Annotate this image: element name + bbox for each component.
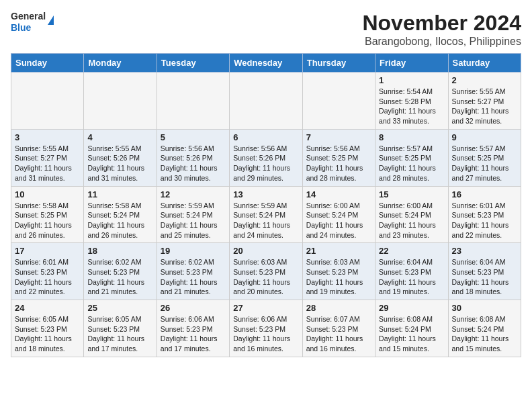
calendar-empty-cell — [11, 73, 84, 130]
calendar-table: SundayMondayTuesdayWednesdayThursdayFrid… — [11, 53, 521, 357]
calendar-day-24: 24Sunrise: 6:05 AM Sunset: 5:23 PM Dayli… — [11, 300, 84, 357]
day-number: 23 — [452, 246, 517, 256]
day-number: 3 — [15, 132, 80, 142]
calendar-day-12: 12Sunrise: 5:59 AM Sunset: 5:24 PM Dayli… — [157, 186, 229, 243]
calendar-day-30: 30Sunrise: 6:08 AM Sunset: 5:24 PM Dayli… — [448, 300, 521, 357]
day-number: 26 — [161, 303, 226, 313]
day-number: 14 — [306, 189, 371, 199]
location-subtitle: Barangobong, Ilocos, Philippines — [362, 36, 521, 48]
day-number: 6 — [233, 132, 298, 142]
weekday-header-tuesday: Tuesday — [157, 54, 229, 73]
day-info: Sunrise: 5:58 AM Sunset: 5:24 PM Dayligh… — [87, 201, 152, 240]
calendar-empty-cell — [230, 73, 302, 130]
calendar-day-18: 18Sunrise: 6:02 AM Sunset: 5:23 PM Dayli… — [84, 243, 157, 300]
logo-text: General Blue — [11, 11, 46, 34]
calendar-week-row: 3Sunrise: 5:55 AM Sunset: 5:27 PM Daylig… — [11, 129, 521, 186]
day-info: Sunrise: 5:58 AM Sunset: 5:25 PM Dayligh… — [15, 201, 80, 240]
calendar-day-29: 29Sunrise: 6:08 AM Sunset: 5:24 PM Dayli… — [375, 300, 448, 357]
calendar-day-14: 14Sunrise: 6:00 AM Sunset: 5:24 PM Dayli… — [302, 186, 375, 243]
day-info: Sunrise: 5:59 AM Sunset: 5:24 PM Dayligh… — [233, 201, 298, 240]
calendar-day-7: 7Sunrise: 5:56 AM Sunset: 5:25 PM Daylig… — [302, 129, 375, 186]
day-number: 15 — [379, 189, 444, 199]
calendar-day-10: 10Sunrise: 5:58 AM Sunset: 5:25 PM Dayli… — [11, 186, 84, 243]
month-title: November 2024 — [362, 11, 521, 36]
calendar-day-2: 2Sunrise: 5:55 AM Sunset: 5:27 PM Daylig… — [448, 73, 521, 130]
calendar-day-23: 23Sunrise: 6:04 AM Sunset: 5:23 PM Dayli… — [448, 243, 521, 300]
calendar-day-1: 1Sunrise: 5:54 AM Sunset: 5:28 PM Daylig… — [375, 73, 448, 130]
day-info: Sunrise: 5:56 AM Sunset: 5:26 PM Dayligh… — [233, 144, 298, 183]
day-info: Sunrise: 5:54 AM Sunset: 5:28 PM Dayligh… — [379, 87, 444, 126]
day-number: 13 — [233, 189, 298, 199]
weekday-header-monday: Monday — [84, 54, 157, 73]
day-info: Sunrise: 6:07 AM Sunset: 5:23 PM Dayligh… — [306, 314, 371, 354]
calendar-empty-cell — [84, 73, 157, 130]
calendar-day-19: 19Sunrise: 6:02 AM Sunset: 5:23 PM Dayli… — [157, 243, 229, 300]
day-number: 9 — [452, 132, 517, 142]
day-info: Sunrise: 6:03 AM Sunset: 5:23 PM Dayligh… — [233, 257, 298, 297]
logo: General Blue — [11, 11, 54, 34]
day-info: Sunrise: 5:55 AM Sunset: 5:27 PM Dayligh… — [452, 87, 517, 126]
calendar-week-row: 1Sunrise: 5:54 AM Sunset: 5:28 PM Daylig… — [11, 73, 521, 130]
day-number: 12 — [161, 189, 226, 199]
day-number: 10 — [15, 189, 80, 199]
day-info: Sunrise: 6:02 AM Sunset: 5:23 PM Dayligh… — [161, 257, 226, 297]
calendar-day-25: 25Sunrise: 6:05 AM Sunset: 5:23 PM Dayli… — [84, 300, 157, 357]
weekday-header-friday: Friday — [375, 54, 448, 73]
day-number: 21 — [306, 246, 371, 256]
calendar-empty-cell — [157, 73, 229, 130]
day-number: 5 — [161, 132, 226, 142]
calendar-day-20: 20Sunrise: 6:03 AM Sunset: 5:23 PM Dayli… — [230, 243, 302, 300]
calendar-day-13: 13Sunrise: 5:59 AM Sunset: 5:24 PM Dayli… — [230, 186, 302, 243]
day-info: Sunrise: 6:00 AM Sunset: 5:24 PM Dayligh… — [306, 201, 371, 240]
day-info: Sunrise: 5:59 AM Sunset: 5:24 PM Dayligh… — [161, 201, 226, 240]
calendar-day-22: 22Sunrise: 6:04 AM Sunset: 5:23 PM Dayli… — [375, 243, 448, 300]
calendar-day-17: 17Sunrise: 6:01 AM Sunset: 5:23 PM Dayli… — [11, 243, 84, 300]
calendar-day-26: 26Sunrise: 6:06 AM Sunset: 5:23 PM Dayli… — [157, 300, 229, 357]
day-info: Sunrise: 6:05 AM Sunset: 5:23 PM Dayligh… — [87, 314, 152, 354]
day-number: 7 — [306, 132, 371, 142]
page-header: General Blue November 2024 Barangobong, … — [11, 11, 521, 48]
day-info: Sunrise: 6:04 AM Sunset: 5:23 PM Dayligh… — [379, 257, 444, 297]
day-number: 2 — [452, 75, 517, 85]
calendar-day-8: 8Sunrise: 5:57 AM Sunset: 5:25 PM Daylig… — [375, 129, 448, 186]
weekday-header-sunday: Sunday — [11, 54, 84, 73]
calendar-header-row: SundayMondayTuesdayWednesdayThursdayFrid… — [11, 54, 521, 73]
calendar-day-5: 5Sunrise: 5:56 AM Sunset: 5:26 PM Daylig… — [157, 129, 229, 186]
day-info: Sunrise: 5:55 AM Sunset: 5:27 PM Dayligh… — [15, 144, 80, 183]
day-info: Sunrise: 5:55 AM Sunset: 5:26 PM Dayligh… — [87, 144, 152, 183]
day-info: Sunrise: 6:08 AM Sunset: 5:24 PM Dayligh… — [452, 314, 517, 354]
day-number: 16 — [452, 189, 517, 199]
calendar-day-21: 21Sunrise: 6:03 AM Sunset: 5:23 PM Dayli… — [302, 243, 375, 300]
day-info: Sunrise: 5:57 AM Sunset: 5:25 PM Dayligh… — [452, 144, 517, 183]
calendar-day-4: 4Sunrise: 5:55 AM Sunset: 5:26 PM Daylig… — [84, 129, 157, 186]
calendar-day-6: 6Sunrise: 5:56 AM Sunset: 5:26 PM Daylig… — [230, 129, 302, 186]
day-info: Sunrise: 6:06 AM Sunset: 5:23 PM Dayligh… — [233, 314, 298, 354]
calendar-day-28: 28Sunrise: 6:07 AM Sunset: 5:23 PM Dayli… — [302, 300, 375, 357]
calendar-week-row: 17Sunrise: 6:01 AM Sunset: 5:23 PM Dayli… — [11, 243, 521, 300]
day-info: Sunrise: 5:57 AM Sunset: 5:25 PM Dayligh… — [379, 144, 444, 183]
day-number: 25 — [87, 303, 152, 313]
calendar-day-3: 3Sunrise: 5:55 AM Sunset: 5:27 PM Daylig… — [11, 129, 84, 186]
calendar-day-11: 11Sunrise: 5:58 AM Sunset: 5:24 PM Dayli… — [84, 186, 157, 243]
day-info: Sunrise: 6:01 AM Sunset: 5:23 PM Dayligh… — [15, 257, 80, 297]
day-number: 11 — [87, 189, 152, 199]
day-info: Sunrise: 6:01 AM Sunset: 5:23 PM Dayligh… — [452, 201, 517, 240]
day-info: Sunrise: 6:08 AM Sunset: 5:24 PM Dayligh… — [379, 314, 444, 354]
calendar-week-row: 10Sunrise: 5:58 AM Sunset: 5:25 PM Dayli… — [11, 186, 521, 243]
day-info: Sunrise: 6:03 AM Sunset: 5:23 PM Dayligh… — [306, 257, 371, 297]
day-info: Sunrise: 6:00 AM Sunset: 5:24 PM Dayligh… — [379, 201, 444, 240]
day-info: Sunrise: 5:56 AM Sunset: 5:26 PM Dayligh… — [161, 144, 226, 183]
weekday-header-thursday: Thursday — [302, 54, 375, 73]
day-number: 22 — [379, 246, 444, 256]
day-number: 29 — [379, 303, 444, 313]
day-number: 4 — [87, 132, 152, 142]
day-number: 19 — [161, 246, 226, 256]
day-info: Sunrise: 6:02 AM Sunset: 5:23 PM Dayligh… — [87, 257, 152, 297]
day-number: 30 — [452, 303, 517, 313]
title-block: November 2024 Barangobong, Ilocos, Phili… — [362, 11, 521, 48]
day-number: 24 — [15, 303, 80, 313]
calendar-day-27: 27Sunrise: 6:06 AM Sunset: 5:23 PM Dayli… — [230, 300, 302, 357]
day-number: 8 — [379, 132, 444, 142]
day-number: 28 — [306, 303, 371, 313]
calendar-day-15: 15Sunrise: 6:00 AM Sunset: 5:24 PM Dayli… — [375, 186, 448, 243]
